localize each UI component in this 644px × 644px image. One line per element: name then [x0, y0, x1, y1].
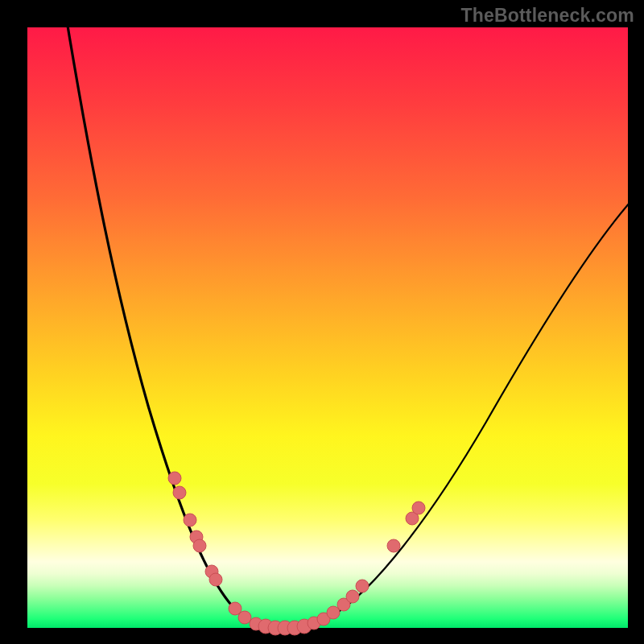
- data-dot: [356, 580, 369, 592]
- watermark-text: TheBottleneck.com: [460, 5, 634, 27]
- data-dot: [173, 486, 186, 499]
- data-dot: [387, 539, 400, 552]
- curve-group: [65, 11, 635, 628]
- plot-area: [27, 27, 628, 628]
- data-dot: [184, 514, 196, 526]
- chart-frame: TheBottleneck.com: [0, 0, 644, 644]
- data-dot: [327, 606, 340, 619]
- data-dot: [209, 573, 222, 586]
- data-dot: [193, 539, 206, 552]
- data-dot: [168, 472, 181, 485]
- data-dot: [346, 590, 359, 603]
- curve-left-curve: [65, 11, 285, 628]
- data-dot: [238, 611, 251, 624]
- data-dot: [412, 502, 425, 514]
- chart-svg: [27, 27, 628, 628]
- dot-group: [168, 472, 425, 635]
- curve-right-curve: [285, 196, 635, 628]
